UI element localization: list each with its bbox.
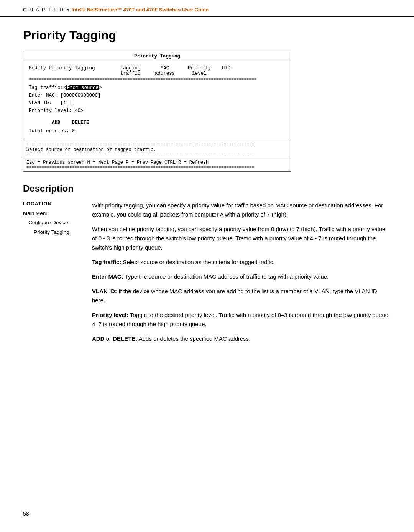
col-tag-traffic: Tagging traffic [113,66,148,76]
terminal-screen: Priority Tagging Modify Priority Tagging… [23,52,291,172]
term-enter-mac: Enter MAC: [92,273,123,280]
col-uid: UID [217,66,236,76]
desc-add-delete: ADD or DELETE: Adds or deletes the speci… [92,334,391,343]
term-priority-level: Priority level: [92,312,128,318]
page-title: Priority Tagging [23,28,391,43]
modify-label: Modify Priority Tagging [29,66,95,71]
desc-tag-traffic: Tag traffic: Select source or destinatio… [92,258,391,267]
header-title: Intel® NetStructure™ 470T and 470F Switc… [72,7,209,13]
terminal-nav-bar: Esc = Previous screen N = Next Page P = … [23,159,291,171]
term-delete: DELETE: [113,335,137,342]
terminal-status-bar: ========================================… [23,140,291,159]
main-description-text: With priority tagging, you can specify a… [92,201,391,349]
terminal-body: Modify Priority Tagging Tagging traffic … [23,61,291,140]
term-add: ADD [92,335,105,342]
vlan-id-row: VLAN ID: [1 ] [29,99,286,107]
divider-1: ========================================… [29,77,286,82]
enter-mac-label: Enter MAC: [29,93,58,98]
enter-mac-value: [000000000000] [61,93,101,98]
tag-traffic-label: Tag traffic:< [29,85,66,90]
desc-vlan-id: VLAN ID: If the device whose MAC address… [92,287,391,305]
vlan-id-value: [1 ] [61,100,72,106]
desc-enter-mac: Enter MAC: Type the source or destinatio… [92,272,391,281]
main-content: Priority Tagging Priority Tagging Modify… [0,17,414,364]
desc-para-2: When you define priority tagging, you ca… [92,225,391,252]
sidebar-item-priority-tagging[interactable]: Priority Tagging [34,228,88,237]
description-title: Description [23,183,391,194]
divider-4: ========================================… [26,165,288,170]
col-label: Modify Priority Tagging [29,66,113,76]
term-tag-traffic: Tag traffic: [92,259,121,265]
priority-row: Priority level: <0> [29,107,286,115]
terminal-status-text: Select source or destination of tagged t… [26,147,288,153]
desc-tag-traffic-text: Select source or destination as the crit… [123,259,275,265]
page-header: C H A P T E R 5 Intel® NetStructure™ 470… [0,0,414,17]
add-button-label: ADD [52,120,61,125]
sidebar-item-label: Configure Device [28,220,68,225]
tag-traffic-close: > [99,85,102,90]
terminal-title: Priority Tagging [23,52,291,61]
desc-enter-mac-text: Type the source or destination MAC addre… [125,273,329,280]
priority-label: Priority level: [29,108,72,113]
conjunction: or [106,335,113,342]
location-label: LOCATION [23,201,88,207]
terminal-totals: Total entries: 0 [29,128,286,134]
col-mac-address: MAC address [148,66,182,76]
desc-vlan-id-text: If the device whose MAC address you are … [92,288,377,304]
sidebar-item-main-menu[interactable]: Main Menu [23,209,88,218]
priority-value: <0> [75,108,84,113]
content-layout: LOCATION Main Menu Configure Device Prio… [23,201,391,349]
sidebar-item-label: Priority Tagging [34,229,69,235]
chapter-label: C H A P T E R 5 [23,7,70,13]
divider-2: ========================================… [26,143,288,147]
sidebar: LOCATION Main Menu Configure Device Prio… [23,201,92,349]
page-number: 58 [23,511,29,517]
terminal-actions: ADD DELETE [52,120,286,125]
terminal-column-headers: Modify Priority Tagging Tagging traffic … [29,64,286,76]
sidebar-item-label: Main Menu [23,210,49,216]
desc-para-1: With priority tagging, you can specify a… [92,201,391,219]
tag-traffic-value: From source [66,85,100,90]
terminal-form: Tag traffic:<From source> Enter MAC: [00… [29,82,286,117]
desc-add-delete-text: Adds or deletes the specified MAC addres… [139,335,251,342]
terminal-nav-text: Esc = Previous screen N = Next Page P = … [26,160,209,165]
page-footer: 58 [23,511,29,517]
term-vlan-id: VLAN ID: [92,288,117,294]
delete-button-label: DELETE [72,120,89,125]
enter-mac-row: Enter MAC: [000000000000] [29,92,286,99]
sidebar-item-configure-device[interactable]: Configure Device [28,218,88,227]
desc-priority-level: Priority level: Toggle to the desired pr… [92,310,391,329]
vlan-id-label: VLAN ID: [29,100,52,106]
desc-priority-level-text: Toggle to the desired priority level. Tr… [92,312,390,327]
tag-traffic-row: Tag traffic:<From source> [29,84,286,92]
sidebar-nav: Main Menu Configure Device Priority Tagg… [23,209,88,237]
divider-3: ========================================… [26,153,288,157]
col-priority-level: Priority level [182,66,217,76]
